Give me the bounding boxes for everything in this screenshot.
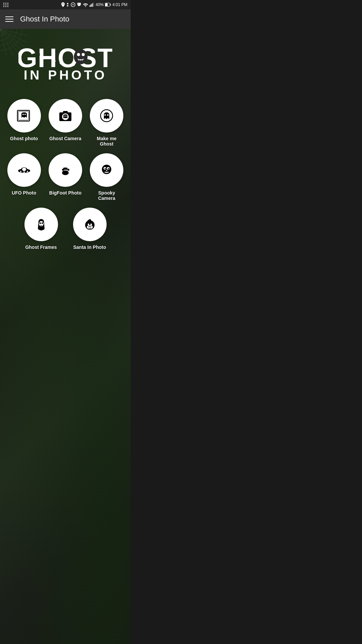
hamburger-line-1 <box>5 16 13 17</box>
svg-rect-8 <box>110 4 111 6</box>
hamburger-line-3 <box>5 21 13 22</box>
signal-icon <box>89 3 94 7</box>
make-ghost-icon <box>99 108 115 124</box>
nav-bar: Ghost In Photo <box>0 9 131 29</box>
status-bar: 40% 4:01 PM <box>0 0 131 9</box>
spooky-camera-item[interactable]: Spooky Camera <box>89 153 124 201</box>
ufo-photo-button[interactable] <box>7 153 41 187</box>
clock: 4:01 PM <box>112 2 127 7</box>
svg-point-35 <box>64 116 65 117</box>
svg-point-30 <box>22 114 24 115</box>
app-logo: GHOST IN PHOTO <box>18 39 112 89</box>
santa-photo-label: Santa In Photo <box>73 245 106 250</box>
ghost-photo-icon <box>16 108 32 124</box>
svg-rect-60 <box>105 172 106 173</box>
make-me-ghost-button[interactable] <box>90 99 123 132</box>
svg-point-47 <box>27 171 28 172</box>
svg-rect-4 <box>92 3 93 7</box>
svg-rect-5 <box>93 3 94 7</box>
bluetooth-icon <box>66 2 69 7</box>
bigfoot-photo-label: BigFoot Photo <box>49 190 81 196</box>
location-icon <box>61 2 65 7</box>
battery-icon <box>105 3 111 7</box>
ufo-icon <box>16 162 32 178</box>
bigfoot-photo-item[interactable]: BigFoot Photo <box>48 153 82 201</box>
make-me-ghost-item[interactable]: Make me Ghost <box>89 99 124 147</box>
svg-point-57 <box>105 168 106 169</box>
svg-point-53 <box>64 168 66 169</box>
svg-point-41 <box>108 115 109 116</box>
dnd-icon <box>71 2 75 7</box>
svg-point-21 <box>74 49 87 64</box>
alarm-icon <box>77 2 81 7</box>
ufo-photo-label: UFO Photo <box>12 190 36 196</box>
svg-rect-69 <box>86 222 92 224</box>
spooky-camera-button[interactable] <box>90 153 123 187</box>
ghost-camera-item[interactable]: Ghost Camera <box>48 99 82 147</box>
bigfoot-photo-button[interactable] <box>49 153 82 187</box>
bigfoot-icon <box>57 162 73 178</box>
svg-point-63 <box>39 221 44 226</box>
make-me-ghost-label: Make me Ghost <box>89 136 124 147</box>
svg-point-72 <box>90 224 92 225</box>
ufo-photo-item[interactable]: UFO Photo <box>7 153 41 201</box>
logo-area: GHOST IN PHOTO <box>0 29 131 96</box>
ghost-camera-icon <box>57 108 73 124</box>
ghost-photo-item[interactable]: Ghost photo <box>7 99 41 147</box>
battery-percent: 40% <box>96 2 104 7</box>
svg-rect-61 <box>106 172 107 173</box>
spooky-camera-label: Spooky Camera <box>89 190 124 201</box>
svg-rect-33 <box>63 111 68 113</box>
feature-grid: Ghost photo Ghost Camera <box>0 96 131 204</box>
svg-point-36 <box>65 116 66 117</box>
svg-rect-7 <box>105 3 108 6</box>
ghost-frames-icon <box>33 216 49 232</box>
svg-text:IN PHOTO: IN PHOTO <box>24 68 107 82</box>
app-dots-icon <box>3 3 9 7</box>
svg-point-22 <box>77 53 80 56</box>
svg-rect-3 <box>91 4 92 7</box>
ghost-photo-label: Ghost photo <box>10 136 38 141</box>
ghost-frames-button[interactable] <box>24 208 58 241</box>
svg-point-59 <box>106 170 107 171</box>
svg-point-31 <box>24 114 26 115</box>
ghost-frames-label: Ghost Frames <box>25 245 57 250</box>
svg-point-44 <box>22 168 26 171</box>
svg-point-23 <box>82 53 85 56</box>
santa-icon <box>82 216 98 232</box>
app-title: Ghost In Photo <box>20 15 69 23</box>
svg-point-40 <box>105 115 106 116</box>
svg-point-45 <box>20 171 21 172</box>
santa-photo-item[interactable]: Santa In Photo <box>69 208 111 250</box>
svg-rect-62 <box>107 172 108 173</box>
svg-point-48 <box>62 170 69 175</box>
ghost-frames-item[interactable]: Ghost Frames <box>20 208 62 250</box>
santa-photo-button[interactable] <box>73 208 107 241</box>
svg-rect-2 <box>89 5 90 7</box>
svg-point-46 <box>23 171 25 173</box>
svg-point-52 <box>67 169 69 171</box>
menu-button[interactable] <box>5 16 13 22</box>
svg-point-71 <box>87 224 89 225</box>
main-content: GHOST IN PHOTO <box>0 29 131 644</box>
status-left <box>3 3 9 7</box>
bottom-grid: Ghost Frames <box>0 204 131 253</box>
wifi-icon <box>83 3 88 7</box>
ghost-camera-label: Ghost Camera <box>49 136 81 141</box>
status-right: 40% 4:01 PM <box>61 2 127 7</box>
ghost-camera-button[interactable] <box>49 99 82 132</box>
spooky-camera-icon <box>99 162 115 178</box>
ghost-photo-button[interactable] <box>7 99 41 132</box>
hamburger-line-2 <box>5 19 13 19</box>
svg-point-58 <box>108 168 109 169</box>
